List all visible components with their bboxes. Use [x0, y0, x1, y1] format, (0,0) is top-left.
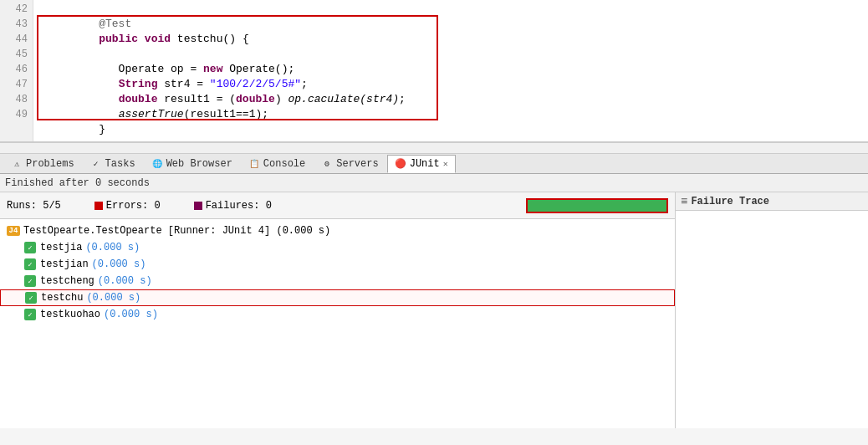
testkuohao-time: (0.000 s) [104, 309, 158, 320]
line-number-43: 43 [0, 17, 28, 32]
problems-icon: ⚠ [11, 158, 23, 170]
testjian-icon: ✓ [23, 258, 37, 271]
tree-item-testjia[interactable]: ✓ testjia (0.000 s) [0, 239, 675, 256]
tab-tasks-label: Tasks [105, 158, 135, 170]
runner-icon: J4 [7, 224, 20, 238]
line-number-42: 42 [0, 2, 28, 17]
servers-icon: ⚙ [321, 158, 333, 170]
failure-trace-header: ≡ Failure Trace [676, 192, 868, 211]
tree-root-label: TestOpearte.TestOpearte [Runner: JUnit 4… [23, 225, 330, 237]
horizontal-scrollbar[interactable] [0, 142, 868, 154]
tree-area: J4 TestOpearte.TestOpearte [Runner: JUni… [0, 219, 675, 326]
testkuohao-icon: ✓ [23, 308, 37, 321]
line-number-45: 45 [0, 47, 28, 62]
line-number-46: 46 [0, 62, 28, 77]
testcheng-time: (0.000 s) [98, 275, 152, 287]
progress-bar-container [526, 198, 668, 213]
tree-item-testcheng[interactable]: ✓ testcheng (0.000 s) [0, 273, 675, 289]
main-panel: Runs: 5/5 Errors: 0 Failures: 0 [0, 192, 868, 428]
failures-value: 0 [266, 200, 272, 212]
tab-web-browser[interactable]: 🌐 Web Browser [144, 155, 240, 173]
tree-root-item[interactable]: J4 TestOpearte.TestOpearte [Runner: JUni… [0, 222, 675, 239]
testjia-time: (0.000 s) [85, 242, 140, 253]
testjia-label: testjia [40, 242, 82, 253]
tab-console-label: Console [263, 158, 305, 170]
finished-text: Finished after 0 seconds [5, 177, 150, 189]
testjian-label: testjian [40, 258, 89, 270]
tree-item-testjian[interactable]: ✓ testjian (0.000 s) [0, 256, 675, 273]
failures-stat: Failures: 0 [194, 200, 272, 212]
tab-web-browser-label: Web Browser [166, 158, 232, 170]
testjian-time: (0.000 s) [92, 258, 146, 270]
code-content: @Test public void testchu() { Operate op… [33, 0, 868, 141]
line-number-44: 44 [0, 32, 28, 47]
testchu-icon: ✓ [24, 291, 38, 304]
tab-problems-label: Problems [26, 158, 74, 170]
junit-icon: 🔴 [395, 158, 406, 170]
failures-label: Failures: [206, 200, 260, 212]
failure-trace-label: Failure Trace [691, 196, 769, 207]
errors-label: Errors: [106, 200, 148, 212]
code-line-43: public void testchu() { [40, 17, 861, 32]
failure-trace-icon: ≡ [681, 195, 687, 208]
testchu-label: testchu [41, 292, 83, 304]
code-line-45: Operate op = new Operate(); [40, 47, 861, 62]
tab-junit-label: JUnit [410, 158, 440, 170]
tab-servers-label: Servers [336, 158, 378, 170]
errors-value: 0 [154, 200, 160, 212]
line-number-49: 49 [0, 107, 28, 122]
runs-value: 5/5 [43, 200, 61, 212]
testjia-icon: ✓ [23, 241, 37, 254]
tab-junit[interactable]: 🔴 JUnit ✕ [387, 155, 456, 173]
error-icon [94, 202, 103, 210]
runs-stat: Runs: 5/5 [7, 200, 61, 212]
tab-problems[interactable]: ⚠ Problems [3, 155, 82, 173]
tab-tasks[interactable]: ✓ Tasks [83, 155, 143, 173]
status-bar: Finished after 0 seconds [0, 174, 868, 192]
right-panel: ≡ Failure Trace [676, 192, 868, 428]
tree-item-testkuohao[interactable]: ✓ testkuohao (0.000 s) [0, 306, 675, 323]
failure-icon [194, 202, 202, 210]
testchu-time: (0.000 s) [86, 292, 140, 304]
errors-stat: Errors: 0 [94, 200, 161, 212]
tab-servers[interactable]: ⚙ Servers [314, 155, 385, 173]
stats-row: Runs: 5/5 Errors: 0 Failures: 0 [0, 192, 675, 219]
line-numbers: 42 43 44 45 46 47 48 49 [0, 0, 33, 141]
tree-item-testchu[interactable]: ✓ testchu (0.000 s) [0, 289, 675, 306]
code-editor: 42 43 44 45 46 47 48 49 @Test public voi… [0, 0, 868, 142]
testcheng-label: testcheng [40, 275, 94, 287]
left-panel: Runs: 5/5 Errors: 0 Failures: 0 [0, 192, 676, 428]
testkuohao-label: testkuohao [40, 309, 100, 320]
progress-bar-fill [528, 200, 666, 212]
code-line-42: @Test [40, 2, 861, 17]
runs-label: Runs: [7, 200, 37, 212]
junit-tab-close[interactable]: ✕ [443, 159, 448, 169]
line-number-47: 47 [0, 77, 28, 92]
line-number-48: 48 [0, 92, 28, 107]
tab-console[interactable]: 📋 Console [241, 155, 313, 173]
web-browser-icon: 🌐 [151, 158, 163, 170]
testcheng-icon: ✓ [23, 274, 37, 288]
console-icon: 📋 [248, 158, 260, 170]
tasks-icon: ✓ [90, 158, 102, 170]
tab-bar: ⚠ Problems ✓ Tasks 🌐 Web Browser 📋 Conso… [0, 154, 868, 174]
